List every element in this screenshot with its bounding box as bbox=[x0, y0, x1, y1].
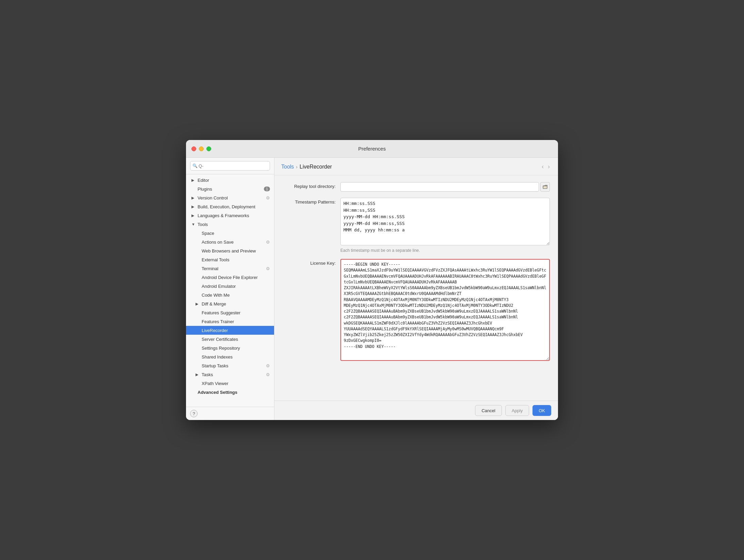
sidebar-item-label: Features Suggester bbox=[202, 310, 240, 315]
sidebar-item-label: External Tools bbox=[202, 257, 229, 262]
breadcrumb-separator: › bbox=[296, 164, 298, 170]
right-panel: Tools › LiveRecorder ‹ › Replay tool dir… bbox=[274, 158, 558, 420]
main-content: 🔍 ▶ Editor Plugins 1 ▶ Version Control bbox=[186, 158, 558, 420]
minimize-button[interactable] bbox=[199, 146, 204, 151]
panel-header: Tools › LiveRecorder ‹ › bbox=[274, 158, 558, 175]
sidebar-item-server-certificates[interactable]: Server Certificates bbox=[186, 335, 274, 344]
sidebar-item-label: Settings Repository bbox=[202, 346, 240, 351]
sidebar-item-label: Web Browsers and Preview bbox=[202, 248, 256, 253]
sidebar-item-tools[interactable]: ▼ Tools bbox=[186, 220, 274, 229]
sidebar-item-languages[interactable]: ▶ Languages & Frameworks bbox=[186, 211, 274, 220]
sidebar-item-tasks[interactable]: ▶ Tasks ⚙ bbox=[186, 370, 274, 379]
sidebar-item-label: Advanced Settings bbox=[198, 390, 237, 395]
collapse-arrow-icon: ▶ bbox=[196, 372, 200, 377]
cancel-button[interactable]: Cancel bbox=[475, 405, 502, 416]
sidebar-item-label: Editor bbox=[198, 178, 209, 183]
breadcrumb: Tools › LiveRecorder bbox=[281, 164, 332, 170]
sidebar-item-terminal[interactable]: Terminal ⚙ bbox=[186, 264, 274, 273]
sidebar-item-plugins[interactable]: Plugins 1 bbox=[186, 185, 274, 193]
sidebar: 🔍 ▶ Editor Plugins 1 ▶ Version Control bbox=[186, 158, 274, 420]
close-button[interactable] bbox=[191, 146, 196, 151]
sidebar-item-label: LiveRecorder bbox=[202, 328, 228, 333]
timestamp-row: Timestamp Patterns: HH:mm:ss.SSS HH:mm:s… bbox=[283, 198, 550, 253]
sidebar-item-label: Actions on Save bbox=[202, 240, 234, 245]
settings-icon: ⚙ bbox=[266, 266, 270, 271]
settings-icon: ⚙ bbox=[266, 363, 270, 368]
collapse-arrow-icon: ▼ bbox=[191, 222, 196, 226]
sidebar-item-external-tools[interactable]: External Tools bbox=[186, 255, 274, 264]
collapse-arrow-icon: ▶ bbox=[191, 178, 196, 182]
sidebar-item-features-suggester[interactable]: Features Suggester bbox=[186, 308, 274, 317]
search-bar: 🔍 bbox=[186, 158, 274, 174]
settings-icon: ⚙ bbox=[266, 195, 270, 200]
sidebar-item-code-with-me[interactable]: Code With Me bbox=[186, 291, 274, 299]
sidebar-item-xpath-viewer[interactable]: XPath Viewer bbox=[186, 379, 274, 388]
forward-arrow-icon[interactable]: › bbox=[546, 162, 551, 171]
sidebar-item-label: Startup Tasks bbox=[202, 363, 229, 368]
sidebar-item-label: Code With Me bbox=[202, 293, 230, 298]
sidebar-item-startup-tasks[interactable]: Startup Tasks ⚙ bbox=[186, 361, 274, 370]
sidebar-item-liverecorder[interactable]: LiveRecorder bbox=[186, 326, 274, 335]
sidebar-item-editor[interactable]: ▶ Editor bbox=[186, 176, 274, 185]
timestamp-control: HH:mm:ss.SSS HH:mm:ss,SSS yyyy-MM-dd HH:… bbox=[340, 198, 550, 253]
maximize-button[interactable] bbox=[206, 146, 211, 151]
sidebar-item-label: Terminal bbox=[202, 266, 218, 271]
search-container: 🔍 bbox=[190, 161, 270, 171]
apply-button[interactable]: Apply bbox=[505, 405, 529, 416]
timestamp-label: Timestamp Patterns: bbox=[283, 198, 340, 205]
sidebar-item-label: Plugins bbox=[198, 187, 212, 192]
window-title: Preferences bbox=[358, 146, 386, 152]
sidebar-item-build-execution[interactable]: ▶ Build, Execution, Deployment bbox=[186, 202, 274, 211]
sidebar-item-label: Version Control bbox=[198, 195, 228, 200]
plugins-badge: 1 bbox=[264, 187, 270, 191]
license-key-label: License Key: bbox=[283, 259, 340, 266]
collapse-arrow-icon: ▶ bbox=[191, 205, 196, 209]
ok-button[interactable]: OK bbox=[532, 405, 551, 416]
license-key-row: License Key: -----BEGIN UNDO KEY----- SE… bbox=[283, 259, 550, 362]
sidebar-item-label: Android Device File Explorer bbox=[202, 275, 258, 280]
sidebar-item-label: Android Emulator bbox=[202, 284, 236, 289]
titlebar: Preferences bbox=[186, 140, 558, 158]
sidebar-item-label: Tasks bbox=[202, 372, 213, 377]
timestamp-hint: Each timestamp must be on a separate lin… bbox=[340, 248, 550, 253]
navigation-arrows: ‹ › bbox=[540, 162, 551, 171]
bottom-bar: Cancel Apply OK bbox=[274, 401, 558, 420]
replay-tool-input[interactable] bbox=[340, 182, 539, 192]
sidebar-item-android-emulator[interactable]: Android Emulator bbox=[186, 282, 274, 291]
settings-icon: ⚙ bbox=[266, 372, 270, 377]
breadcrumb-current: LiveRecorder bbox=[300, 164, 332, 170]
sidebar-item-settings-repository[interactable]: Settings Repository bbox=[186, 344, 274, 352]
panel-body: Replay tool directory: bbox=[274, 175, 558, 401]
help-button[interactable]: ? bbox=[190, 410, 198, 417]
license-key-textarea[interactable]: -----BEGIN UNDO KEY----- SEQMAAAAmLS1maX… bbox=[340, 259, 550, 361]
sidebar-item-version-control[interactable]: ▶ Version Control ⚙ bbox=[186, 193, 274, 202]
sidebar-item-actions-on-save[interactable]: Actions on Save ⚙ bbox=[186, 238, 274, 246]
browse-button[interactable] bbox=[540, 182, 550, 192]
preferences-window: Preferences 🔍 ▶ Editor Plugins 1 bbox=[186, 140, 558, 420]
breadcrumb-parent[interactable]: Tools bbox=[281, 164, 294, 170]
traffic-lights bbox=[191, 146, 211, 151]
sidebar-item-label: Languages & Frameworks bbox=[198, 213, 249, 218]
sidebar-item-label: Space bbox=[202, 231, 214, 236]
sidebar-item-label: Server Certificates bbox=[202, 337, 238, 342]
replay-tool-control bbox=[340, 182, 550, 192]
sidebar-navigation: ▶ Editor Plugins 1 ▶ Version Control ⚙ ▶… bbox=[186, 174, 274, 407]
sidebar-item-diff-merge[interactable]: ▶ Diff & Merge bbox=[186, 299, 274, 308]
sidebar-item-shared-indexes[interactable]: Shared Indexes bbox=[186, 352, 274, 361]
sidebar-item-space[interactable]: Space bbox=[186, 229, 274, 238]
timestamp-textarea[interactable]: HH:mm:ss.SSS HH:mm:ss,SSS yyyy-MM-dd HH:… bbox=[340, 198, 550, 245]
license-key-control: -----BEGIN UNDO KEY----- SEQMAAAAmLS1maX… bbox=[340, 259, 550, 362]
sidebar-item-label: XPath Viewer bbox=[202, 381, 229, 386]
back-arrow-icon[interactable]: ‹ bbox=[540, 162, 545, 171]
sidebar-item-web-browsers[interactable]: Web Browsers and Preview bbox=[186, 246, 274, 255]
directory-row bbox=[340, 182, 550, 192]
collapse-arrow-icon: ▶ bbox=[191, 196, 196, 200]
sidebar-item-label: Tools bbox=[198, 222, 208, 227]
sidebar-item-advanced-settings[interactable]: Advanced Settings bbox=[186, 388, 274, 397]
search-input[interactable] bbox=[190, 161, 270, 171]
collapse-arrow-icon: ▶ bbox=[191, 213, 196, 218]
sidebar-item-features-trainer[interactable]: Features Trainer bbox=[186, 317, 274, 326]
sidebar-item-android-device[interactable]: Android Device File Explorer bbox=[186, 273, 274, 282]
replay-tool-label: Replay tool directory: bbox=[283, 182, 340, 189]
settings-icon: ⚙ bbox=[266, 240, 270, 245]
